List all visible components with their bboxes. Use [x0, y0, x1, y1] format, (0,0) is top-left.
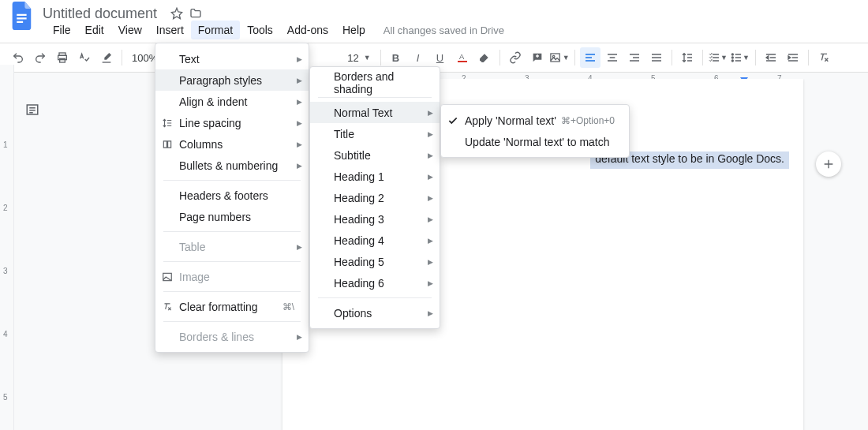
apply-normal-text-item[interactable]: Apply 'Normal text' ⌘+Option+0 — [441, 110, 629, 131]
chevron-right-icon: ▶ — [428, 151, 433, 159]
menu-insert[interactable]: Insert — [149, 21, 191, 39]
chevron-right-icon: ▶ — [297, 243, 302, 251]
heading5-item[interactable]: Heading 5▶ — [310, 251, 440, 272]
columns-icon — [160, 139, 174, 150]
doc-title[interactable]: Untitled document — [43, 6, 157, 22]
heading3-item[interactable]: Heading 3▶ — [310, 208, 440, 230]
separator — [808, 50, 809, 65]
vruler-tick: 3 — [3, 267, 8, 275]
heading2-item[interactable]: Heading 2▶ — [310, 187, 440, 208]
vertical-ruler[interactable]: 1 2 3 4 5 — [0, 65, 14, 430]
print-button[interactable] — [52, 47, 73, 68]
separator — [672, 50, 672, 65]
format-page-numbers-item[interactable]: Page numbers — [155, 206, 309, 227]
format-line-spacing-item[interactable]: Line spacing▶ — [155, 112, 309, 133]
options-item[interactable]: Options▶ — [310, 302, 440, 323]
format-paragraph-styles-item[interactable]: Paragraph styles▶ — [155, 69, 309, 91]
align-center-button[interactable] — [602, 47, 623, 68]
vruler-tick: 5 — [3, 393, 8, 402]
menu-separator — [163, 261, 301, 262]
shortcut-label: ⌘\ — [282, 301, 294, 312]
align-justify-button[interactable] — [646, 47, 667, 68]
normal-text-dropdown: Apply 'Normal text' ⌘+Option+0 Update 'N… — [440, 104, 630, 158]
docs-logo[interactable] — [8, 2, 36, 30]
format-columns-item[interactable]: Columns▶ — [155, 133, 309, 155]
svg-rect-2 — [17, 21, 23, 23]
chevron-right-icon: ▶ — [297, 140, 302, 148]
svg-text:A: A — [459, 53, 465, 61]
format-clear-item[interactable]: Clear formatting⌘\ — [155, 296, 309, 317]
menu-help[interactable]: Help — [335, 21, 372, 39]
separator — [499, 50, 500, 65]
chevron-right-icon: ▶ — [297, 333, 302, 341]
line-spacing-icon — [160, 118, 174, 129]
separator — [122, 50, 122, 65]
align-left-button[interactable] — [580, 47, 600, 68]
paint-format-button[interactable] — [96, 47, 117, 68]
title-item[interactable]: Title▶ — [310, 123, 440, 144]
vruler-tick: 2 — [3, 204, 8, 212]
chevron-down-icon: ▼ — [720, 54, 728, 62]
insert-image-button[interactable]: ▼ — [549, 47, 570, 68]
heading1-item[interactable]: Heading 1▶ — [310, 166, 440, 187]
format-borders-lines-item: Borders & lines▶ — [155, 326, 309, 347]
update-normal-text-item[interactable]: Update 'Normal text' to match — [441, 131, 629, 152]
separator — [702, 50, 703, 65]
image-icon — [160, 271, 174, 282]
format-table-item: Table▶ — [155, 236, 309, 257]
move-folder-icon[interactable] — [189, 6, 203, 21]
menu-addons[interactable]: Add-ons — [280, 21, 335, 39]
increase-indent-button[interactable] — [783, 47, 803, 68]
align-right-button[interactable] — [624, 47, 645, 68]
clear-formatting-button[interactable] — [814, 47, 834, 68]
chevron-down-icon: ▼ — [364, 54, 371, 62]
heading4-item[interactable]: Heading 4▶ — [310, 230, 440, 251]
bulleted-list-button[interactable]: ▼ — [730, 47, 750, 68]
chevron-right-icon: ▶ — [428, 237, 433, 245]
vruler-tick: 1 — [3, 140, 8, 149]
decrease-indent-button[interactable] — [761, 47, 781, 68]
italic-button[interactable]: I — [408, 47, 428, 68]
outline-toggle-icon[interactable] — [24, 101, 41, 118]
chevron-right-icon: ▶ — [297, 55, 302, 63]
chevron-right-icon: ▶ — [428, 130, 433, 138]
font-size-value: 12 — [347, 52, 358, 64]
checklist-button[interactable]: ▼ — [708, 47, 728, 68]
insert-comment-button[interactable] — [527, 47, 548, 68]
underline-button[interactable]: U — [430, 47, 451, 68]
highlight-button[interactable] — [474, 47, 495, 68]
menu-file[interactable]: File — [46, 21, 78, 39]
menu-view[interactable]: View — [111, 21, 149, 39]
menu-edit[interactable]: Edit — [78, 21, 111, 39]
heading6-item[interactable]: Heading 6▶ — [310, 272, 440, 294]
separator — [380, 50, 381, 65]
normal-text-item[interactable]: Normal Text▶ — [310, 102, 440, 123]
subtitle-item[interactable]: Subtitle▶ — [310, 144, 440, 166]
menu-separator — [163, 321, 301, 322]
format-bullets-item[interactable]: Bullets & numbering▶ — [155, 155, 309, 176]
chevron-right-icon: ▶ — [428, 279, 433, 287]
svg-point-14 — [731, 60, 733, 62]
spellcheck-button[interactable] — [74, 47, 95, 68]
line-spacing-button[interactable] — [677, 47, 698, 68]
svg-point-12 — [731, 54, 733, 55]
redo-button[interactable] — [30, 47, 51, 68]
menu-separator — [163, 180, 301, 181]
format-align-indent-item[interactable]: Align & indent▶ — [155, 91, 309, 112]
bold-button[interactable]: B — [386, 47, 406, 68]
menu-tools[interactable]: Tools — [240, 21, 280, 39]
menu-separator — [163, 291, 301, 292]
svg-rect-9 — [537, 54, 537, 58]
star-icon[interactable] — [170, 6, 184, 21]
format-headers-footers-item[interactable]: Headers & footers — [155, 185, 309, 206]
format-image-item: Image — [155, 266, 309, 287]
chevron-right-icon: ▶ — [297, 98, 302, 106]
borders-shading-item[interactable]: Borders and shading — [310, 72, 440, 93]
font-size-select[interactable]: 12▼ — [342, 52, 375, 64]
insert-link-button[interactable] — [505, 47, 526, 68]
explore-button[interactable] — [816, 151, 841, 177]
format-dropdown: Text▶ Paragraph styles▶ Align & indent▶ … — [155, 43, 309, 353]
menu-format[interactable]: Format — [191, 21, 240, 39]
text-color-button[interactable]: A — [452, 47, 473, 68]
format-text-item[interactable]: Text▶ — [155, 48, 309, 69]
